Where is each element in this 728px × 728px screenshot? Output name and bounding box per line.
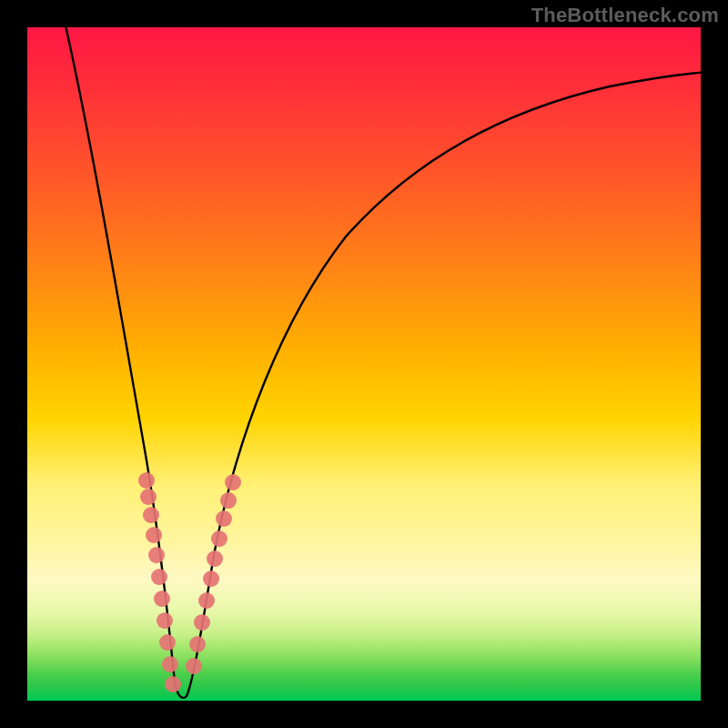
svg-point-14 [198,592,215,609]
svg-point-1 [140,489,157,505]
svg-point-10 [165,676,181,693]
svg-point-2 [143,507,159,523]
watermark-text: TheBottleneck.com [531,4,719,27]
svg-point-5 [151,569,167,585]
plot-area [27,27,701,701]
curve-layer [27,27,701,701]
svg-point-9 [162,656,178,672]
svg-point-18 [216,511,232,527]
marker-cluster-right [186,474,241,674]
marker-cluster-left [138,472,181,693]
svg-point-3 [146,527,162,543]
svg-point-17 [211,531,228,547]
svg-point-13 [194,614,210,631]
svg-point-19 [220,492,237,509]
svg-point-8 [159,634,176,651]
svg-point-12 [189,636,206,652]
svg-point-16 [207,551,223,567]
svg-point-11 [186,658,202,674]
chart-frame: TheBottleneck.com [0,0,728,728]
svg-point-0 [138,472,155,489]
svg-point-15 [203,571,219,587]
svg-point-7 [157,612,173,629]
svg-point-6 [154,591,170,607]
svg-point-4 [148,547,165,563]
svg-point-20 [225,474,241,490]
